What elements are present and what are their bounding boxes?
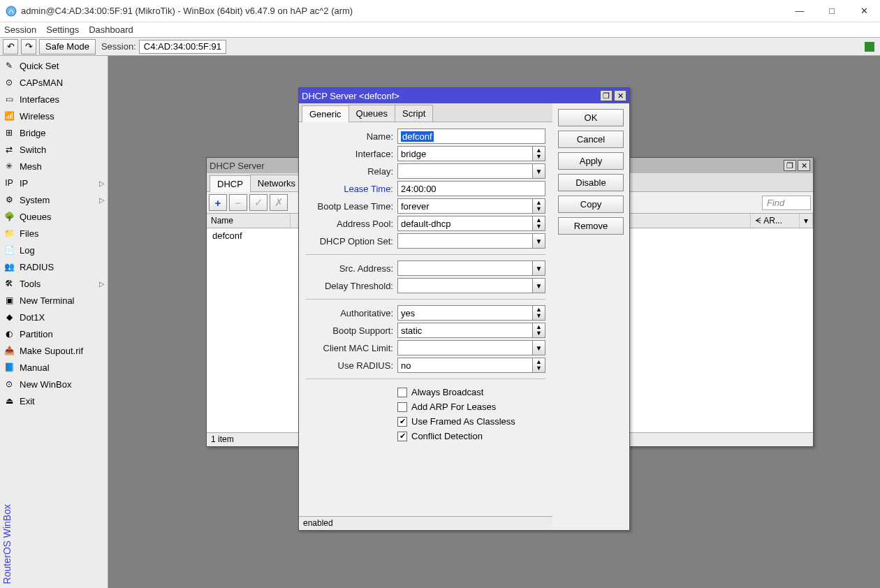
tab-generic[interactable]: Generic xyxy=(302,105,349,122)
sidebar-item-mesh[interactable]: ✳Mesh xyxy=(0,158,108,175)
sidebar-icon: ✎ xyxy=(3,59,15,72)
cancel-button[interactable]: Cancel xyxy=(558,131,624,148)
dropdown-arrow-icon[interactable]: ▼ xyxy=(532,164,545,178)
sidebar-item-dot1x[interactable]: ◆Dot1X xyxy=(0,309,108,325)
col-menu[interactable]: ▾ xyxy=(800,214,813,228)
sidebar-item-system[interactable]: ⚙System▷ xyxy=(0,191,108,208)
tab-dhcp[interactable]: DHCP xyxy=(210,175,251,192)
relay-input[interactable]: ▼ xyxy=(397,163,545,179)
dialog-close-button[interactable]: ✕ xyxy=(614,90,626,101)
delaythr-input[interactable]: ▼ xyxy=(397,278,545,293)
sidebar-item-exit[interactable]: ⏏Exit xyxy=(0,392,108,409)
checkbox-use-framed-as-classless[interactable]: ✔Use Framed As Classless xyxy=(306,414,545,429)
leasetime-input[interactable]: 24:00:00 xyxy=(397,181,545,196)
dropdown-arrow-icon[interactable]: ▲▼ xyxy=(532,147,545,161)
sidebar-item-capsman[interactable]: ⊙CAPsMAN xyxy=(0,74,108,91)
sidebar-item-label: Manual xyxy=(20,362,50,373)
sidebar-item-quick-set[interactable]: ✎Quick Set xyxy=(0,57,108,74)
col-ar[interactable]: ᗕ AR... xyxy=(751,214,800,228)
menu-settings[interactable]: Settings xyxy=(46,24,79,35)
authoritative-input[interactable]: yes▲▼ xyxy=(397,305,545,321)
sidebar-item-manual[interactable]: 📘Manual xyxy=(0,359,108,376)
menu-session[interactable]: Session xyxy=(4,24,36,35)
minimize-button[interactable]: — xyxy=(784,0,816,22)
redo-button[interactable]: ↷ xyxy=(21,39,36,54)
tab-script[interactable]: Script xyxy=(395,105,433,122)
dropdown-arrow-icon[interactable]: ▼ xyxy=(532,261,545,275)
dhcp-server-dialog[interactable]: DHCP Server <defconf> ❐ ✕ Generic Queues… xyxy=(298,87,630,531)
menu-dashboard[interactable]: Dashboard xyxy=(89,24,133,35)
field-srcaddr: Src. Address:▼ xyxy=(306,260,545,276)
enable-button[interactable]: ✓ xyxy=(249,194,267,211)
sidebar-item-label: Quick Set xyxy=(20,61,59,71)
bootplease-input[interactable]: forever▲▼ xyxy=(397,198,545,214)
tab-queues[interactable]: Queues xyxy=(349,105,396,122)
field-useradius: Use RADIUS:no▲▼ xyxy=(306,358,545,373)
sidebar-item-log[interactable]: 📄Log xyxy=(0,242,108,258)
dropdown-arrow-icon[interactable]: ▲▼ xyxy=(532,216,545,230)
name-input[interactable]: defconf xyxy=(397,128,545,144)
interface-input[interactable]: bridge▲▼ xyxy=(397,146,545,161)
add-button[interactable]: + xyxy=(209,194,227,211)
dropdown-arrow-icon[interactable]: ▼ xyxy=(532,341,545,355)
sidebar-item-new-terminal[interactable]: ▣New Terminal xyxy=(0,292,108,309)
sidebar-item-queues[interactable]: 🌳Queues xyxy=(0,208,108,225)
tab-networks[interactable]: Networks xyxy=(250,175,303,191)
sidebar-item-switch[interactable]: ⇄Switch xyxy=(0,141,108,158)
dropdown-arrow-icon[interactable]: ▲▼ xyxy=(532,323,545,337)
disable-button[interactable]: ✗ xyxy=(270,194,288,211)
clientmaclimit-input[interactable]: ▼ xyxy=(397,340,545,355)
sidebar-item-files[interactable]: 📁Files xyxy=(0,225,108,242)
dialog-titlebar[interactable]: DHCP Server <defconf> ❐ ✕ xyxy=(299,88,629,103)
checkbox-label: Add ARP For Leases xyxy=(411,402,496,412)
sidebar-item-label: RADIUS xyxy=(20,262,54,272)
dialog-statusbar: enabled xyxy=(299,516,552,530)
sidebar-item-make-supout-rif[interactable]: 📤Make Supout.rif xyxy=(0,342,108,359)
remove-button[interactable]: − xyxy=(229,194,247,211)
field-label: Src. Address: xyxy=(306,263,393,274)
safe-mode-button[interactable]: Safe Mode xyxy=(39,39,96,54)
workspace: DHCP Server ❐ ✕ DHCP Networks + − ✓ ✗ Fi… xyxy=(108,56,880,588)
ok-button[interactable]: OK xyxy=(558,109,624,126)
undo-button[interactable]: ↶ xyxy=(3,39,18,54)
sidebar-item-wireless[interactable]: 📶Wireless xyxy=(0,108,108,124)
close-button[interactable]: ✕ xyxy=(848,0,880,22)
dropdown-arrow-icon[interactable]: ▲▼ xyxy=(532,358,545,372)
addresspool-input[interactable]: default-dhcp▲▼ xyxy=(397,216,545,231)
dropdown-arrow-icon[interactable]: ▼ xyxy=(532,279,545,293)
field-relay: Relay:▼ xyxy=(306,163,545,179)
sidebar-item-tools[interactable]: 🛠Tools▷ xyxy=(0,275,108,292)
window-title: admin@C4:AD:34:00:5F:91 (MikroTik) - Win… xyxy=(21,6,784,16)
sidebar-item-radius[interactable]: 👥RADIUS xyxy=(0,258,108,275)
list-window-restore-button[interactable]: ❐ xyxy=(784,160,796,171)
app-icon xyxy=(6,6,17,17)
apply-button[interactable]: Apply xyxy=(558,152,624,170)
sidebar-item-interfaces[interactable]: ▭Interfaces xyxy=(0,91,108,108)
checkbox-label: Always Broadcast xyxy=(411,387,483,397)
checkbox-label: Use Framed As Classless xyxy=(411,416,515,427)
dropdown-arrow-icon[interactable]: ▲▼ xyxy=(532,306,545,320)
sidebar-item-label: Wireless xyxy=(20,111,54,122)
list-window-close-button[interactable]: ✕ xyxy=(798,160,810,171)
dropdown-arrow-icon[interactable]: ▼ xyxy=(532,234,545,248)
sidebar-icon: 👥 xyxy=(3,260,15,273)
disable-button[interactable]: Disable xyxy=(558,174,624,191)
maximize-button[interactable]: □ xyxy=(816,0,848,22)
col-name[interactable]: Name xyxy=(207,214,291,228)
checkbox-always-broadcast[interactable]: Always Broadcast xyxy=(306,385,545,399)
find-input[interactable]: Find xyxy=(762,196,811,210)
sidebar-item-ip[interactable]: IPIP▷ xyxy=(0,175,108,191)
srcaddr-input[interactable]: ▼ xyxy=(397,260,545,276)
dialog-restore-button[interactable]: ❐ xyxy=(600,90,613,101)
sidebar-item-bridge[interactable]: ⊞Bridge xyxy=(0,124,108,141)
bootpsupport-input[interactable]: static▲▼ xyxy=(397,323,545,338)
remove-button[interactable]: Remove xyxy=(558,217,624,235)
checkbox-add-arp-for-leases[interactable]: Add ARP For Leases xyxy=(306,399,545,414)
dropdown-arrow-icon[interactable]: ▲▼ xyxy=(532,199,545,213)
optionset-input[interactable]: ▼ xyxy=(397,233,545,249)
checkbox-conflict-detection[interactable]: ✔Conflict Detection xyxy=(306,429,545,443)
useradius-input[interactable]: no▲▼ xyxy=(397,358,545,373)
sidebar-item-partition[interactable]: ◐Partition xyxy=(0,325,108,342)
copy-button[interactable]: Copy xyxy=(558,196,624,213)
sidebar-item-new-winbox[interactable]: ⊙New WinBox xyxy=(0,376,108,392)
